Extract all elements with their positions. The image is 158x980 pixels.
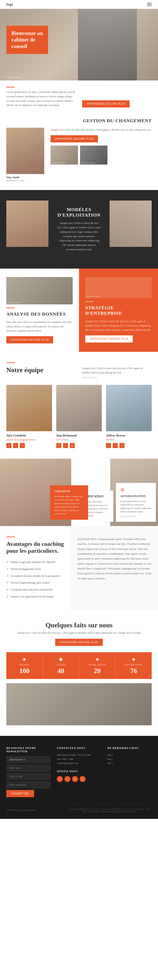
footer-select[interactable]: Sélectionner 1Sélectionner 2Sélectionner… — [6, 756, 51, 763]
coaching-item-1: Établir et agir pour atteindre les objec… — [6, 559, 65, 566]
equipe-title: Notre équipe — [6, 366, 76, 374]
gestion-section: GESTION DU CHANGEMENT May Smith Responsa… — [0, 110, 158, 190]
equipe-line — [6, 362, 15, 363]
hero-overlay: Bienvenue au cabinet de conseil — [6, 26, 48, 54]
member-2-facebook-icon[interactable]: f — [56, 443, 61, 448]
modeles-text: Sample text. Click to select the text bo… — [57, 221, 101, 252]
footer-copyright: ©2027 Politique de confidentialité — [6, 809, 35, 811]
faits-image — [6, 683, 152, 725]
modeles-section: MODÈLES D'EXPLOITATION Sample text. Clic… — [0, 190, 158, 269]
coaching-item-5: Construire une conscience personnelle — [6, 586, 65, 593]
member-1-twitter-icon[interactable]: t — [13, 443, 18, 448]
automatisation-caption: Images de Freepik — [120, 515, 152, 517]
analyse-area: Image de Freepik ANALYSE DES DONNÉES Dui… — [0, 269, 79, 352]
newsletter-name-input[interactable] — [6, 765, 51, 772]
footer-link-2[interactable]: lien 2 — [107, 757, 152, 761]
member-3-instagram-icon[interactable]: in — [120, 443, 124, 448]
stat-projets-label: PROJETS — [8, 663, 40, 666]
footer-bottom-text: Consectetur adipiscing elit, sed do eius… — [67, 808, 152, 813]
member-2: Ann Richmond chef conseil f t in — [56, 385, 102, 448]
footer-newsletter-col: REJOIGNEZ NOTRE NEWSLETTER Sélectionner … — [6, 746, 51, 797]
gestion-images: Images de Freepik Images de Freepik — [51, 146, 152, 164]
hero-section: Bienvenue au cabinet de conseil Image de… — [0, 9, 158, 81]
equipe-title-area: Notre équipe — [6, 362, 76, 379]
automatisation-text: Lorem ipsum dolor sit amet. Adipiscing u… — [120, 500, 152, 513]
gestion-img2-caption: Images de Freepik — [81, 162, 95, 164]
strategie-text: Sample text. Click to select the text bo… — [85, 319, 152, 332]
strategie-title: STRATÉGIE D'ENTREPRISE — [85, 305, 152, 316]
faits-learn-more-button[interactable]: APPRENDRE ENCORE PLUS — [55, 639, 102, 646]
automatisation-box: ⚙ AUTOMATISATION Lorem ipsum dolor sit a… — [116, 483, 156, 522]
newsletter-email-input[interactable] — [6, 773, 51, 780]
footer-contact-col: Contactez-nous 4916 bureau Avenue, 7521 … — [57, 746, 101, 797]
stat-clients-num: 40 — [45, 667, 77, 675]
coaching-right-area: Sed blandit libero volutpat grunde quam.… — [71, 526, 158, 611]
hero-learn-more-button[interactable]: APPRENDRE ENCORE PLUS — [82, 100, 129, 107]
stat-clients-icon: ◉ — [45, 656, 77, 662]
automatisation-title: AUTOMATISATION — [120, 495, 152, 498]
member-2-instagram-icon[interactable]: in — [70, 443, 75, 448]
member-1-name: Alex Grinfield — [6, 434, 52, 438]
faits-stats-row: ◈ PROJETS 100 ◉ CLIENTS 40 ◈ NOTRE ÉQUIP… — [6, 652, 152, 679]
footer-linkedin-icon[interactable]: li — [80, 776, 86, 782]
footer-columns: REJOIGNEZ NOTRE NEWSLETTER Sélectionner … — [6, 746, 152, 797]
footer-suivez-title: Suivez nous — [57, 770, 101, 773]
gestion-content: May Smith Responsable e-mail Sample text… — [6, 128, 152, 181]
member-2-social: f t in — [56, 443, 102, 448]
analyse-caption: Image de Freepik — [7, 301, 21, 304]
member-1-instagram-icon[interactable]: in — [20, 443, 25, 448]
hero-caption: Image de Freepik — [6, 76, 21, 78]
member-1-social: f t in — [6, 443, 52, 448]
hero-text-section: Lorem ipsum dolor sit amet, consectetur … — [0, 81, 158, 110]
member-3-facebook-icon[interactable]: f — [106, 443, 111, 448]
member-3-role: directeur — [106, 438, 152, 441]
coaching-list: Établir et agir pour atteindre les objec… — [6, 559, 65, 600]
gestion-person-image — [6, 128, 44, 174]
analyse-text: Duis aute irure dolor in reprehenderit i… — [6, 320, 73, 333]
stat-projets: ◈ PROJETS 100 — [6, 652, 43, 679]
gestion-person-role: Responsable e-mail — [6, 179, 44, 181]
footer-link-3[interactable]: lien 3 — [107, 761, 152, 765]
automatisation-icon: ⚙ — [120, 487, 152, 493]
gestion-learn-more-button[interactable]: APPRENDRE ENCORE PLUS — [51, 135, 98, 142]
footer-follow-area: Suivez nous f t in li — [57, 770, 101, 782]
menu-button[interactable] — [147, 3, 152, 6]
coaching-item-4: Niveau d'apprentissage plus avancé — [6, 579, 65, 586]
newsletter-msg-input[interactable] — [6, 781, 51, 788]
stat-recompenses-icon: ◈ — [118, 656, 150, 662]
gestion-title-area: GESTION DU CHANGEMENT — [6, 118, 152, 123]
strategie-btn[interactable]: APPRENDRE ENCORE PLUS — [85, 336, 133, 342]
footer-select-wrap[interactable]: Sélectionner 1Sélectionner 2Sélectionner… — [6, 756, 51, 763]
faits-description: sample text. Click to select the text bo… — [6, 631, 152, 635]
footer-link-1[interactable]: lien 1 — [107, 753, 152, 757]
faits-title: Quelques faits sur nous — [6, 621, 152, 629]
footer-facebook-icon[interactable]: f — [57, 776, 63, 782]
gestion-text: Sample text. Click to select the text bo… — [51, 128, 152, 132]
coaching-line — [6, 536, 15, 537]
footer-twitter-icon[interactable]: t — [64, 776, 70, 782]
newsletter-submit-button[interactable]: SOUMETTRE — [6, 790, 34, 797]
strategie-area: Image de Freepik STRATÉGIE D'ENTREPRISE … — [79, 269, 158, 352]
footer-instagram-icon[interactable]: in — [72, 776, 78, 782]
equipe-header: Notre équipe Sample text. Click to selec… — [6, 362, 152, 379]
member-1-facebook-icon[interactable]: f — [6, 443, 11, 448]
gestion-person-area: May Smith Responsable e-mail — [6, 128, 44, 181]
strategie-line — [85, 301, 94, 302]
coaching-item-2: Niveau d'engagement accru — [6, 566, 65, 573]
coaching-item-6: Boostez vos opportunités de réseautage — [6, 593, 65, 600]
analyse-strategie-section: Image de Freepik ANALYSE DES DONNÉES Dui… — [0, 269, 158, 352]
coaching-title: Avantages du coaching pour les particuli… — [6, 540, 65, 554]
member-3-photo — [106, 385, 152, 431]
member-1-photo — [6, 385, 52, 431]
equipe-section: Notre équipe Sample text. Click to selec… — [0, 352, 158, 458]
member-3-twitter-icon[interactable]: t — [113, 443, 118, 448]
member-2-twitter-icon[interactable]: t — [63, 443, 68, 448]
stat-equipe-num: 20 — [81, 667, 113, 675]
equipe-desc-area: Sample text. Click to select the text bo… — [82, 362, 152, 379]
footer-social-icons: f t in li — [57, 776, 101, 782]
modeles-title: MODÈLES D'EXPLOITATION — [57, 207, 101, 218]
hero-desc-left: Lorem ipsum dolor sit amet, consectetur … — [6, 87, 76, 107]
stat-equipe-icon: ◈ — [81, 656, 113, 662]
logo: logo — [6, 3, 13, 6]
analyse-btn[interactable]: CONTINUER ENCORE PLUS — [6, 336, 53, 344]
